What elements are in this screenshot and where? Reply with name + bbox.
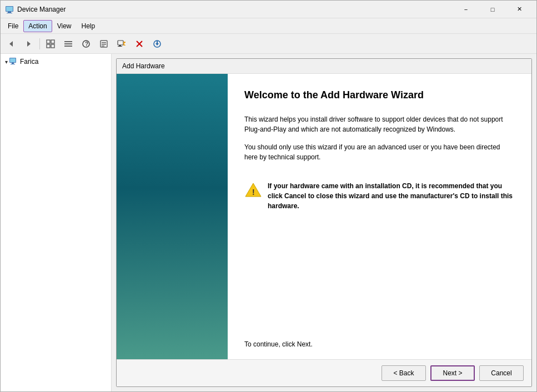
svg-rect-31 <box>12 63 14 64</box>
toolbar: ? <box>1 34 536 54</box>
svg-text:?: ? <box>85 41 88 47</box>
svg-rect-6 <box>47 40 50 43</box>
wizard-warning-text: If your hardware came with an installati… <box>268 181 515 211</box>
app-icon <box>5 5 14 14</box>
svg-rect-10 <box>64 41 72 42</box>
minimize-button[interactable]: − <box>453 2 479 17</box>
tree-chevron: ▾ <box>5 59 8 65</box>
uninstall-button[interactable] <box>131 36 148 52</box>
svg-marker-5 <box>27 41 31 47</box>
wizard-title-bar: Add Hardware <box>117 59 531 74</box>
wizard-body: Welcome to the Add Hardware Wizard This … <box>117 74 531 359</box>
svg-rect-28 <box>157 41 158 44</box>
svg-rect-19 <box>118 41 123 45</box>
svg-text:!: ! <box>252 188 255 197</box>
toolbar-separator-1 <box>39 38 40 49</box>
title-bar: Device Manager − □ ✕ <box>1 1 536 18</box>
wizard-dialog: Add Hardware Welcome to the Add Hardware… <box>116 58 532 387</box>
scan-hardware-button[interactable] <box>113 36 130 52</box>
svg-rect-30 <box>10 58 16 62</box>
wizard-buttons: < Back Next > Cancel <box>117 359 531 386</box>
cancel-button[interactable]: Cancel <box>479 365 524 381</box>
device-tree: ▾ Farica <box>1 54 112 391</box>
svg-rect-12 <box>64 46 72 47</box>
show-resources-button[interactable] <box>60 36 77 52</box>
main-content: ▾ Farica Add Hardware <box>1 54 536 391</box>
forward-button[interactable] <box>21 36 37 52</box>
right-panel: Add Hardware Welcome to the Add Hardware… <box>112 54 536 391</box>
wizard-desc-2: You should only use this wizard if you a… <box>244 142 515 162</box>
svg-rect-20 <box>119 45 121 46</box>
svg-rect-17 <box>102 44 106 45</box>
menu-action[interactable]: Action <box>23 20 52 32</box>
properties-button[interactable] <box>96 36 112 52</box>
svg-rect-1 <box>8 12 11 13</box>
svg-rect-3 <box>6 7 13 11</box>
svg-rect-18 <box>102 46 104 47</box>
wizard-desc-1: This wizard helps you install driver sof… <box>244 114 515 134</box>
wizard-heading: Welcome to the Add Hardware Wizard <box>244 89 515 101</box>
device-manager-window: Device Manager − □ ✕ File Action View He… <box>0 0 537 392</box>
update-driver-button[interactable] <box>149 36 165 52</box>
wizard-dialog-title: Add Hardware <box>122 62 165 70</box>
window-controls: − □ ✕ <box>453 2 532 17</box>
next-button[interactable]: Next > <box>430 365 475 381</box>
help-properties-button[interactable]: ? <box>78 36 94 52</box>
back-button[interactable] <box>3 36 19 52</box>
tree-root-label: Farica <box>20 58 38 66</box>
back-button[interactable]: < Back <box>382 365 426 381</box>
maximize-button[interactable]: □ <box>480 2 505 17</box>
wizard-sidebar <box>117 74 228 359</box>
window-title: Device Manager <box>17 6 453 13</box>
menu-help[interactable]: Help <box>77 20 101 32</box>
computer-icon <box>9 57 18 66</box>
wizard-footer-text: To continue, click Next. <box>244 331 515 348</box>
menu-view[interactable]: View <box>52 20 77 32</box>
wizard-warning-box: ! If your hardware came with an installa… <box>244 179 515 213</box>
svg-rect-2 <box>7 13 12 13</box>
svg-rect-7 <box>51 40 54 43</box>
svg-rect-9 <box>51 44 54 48</box>
svg-rect-16 <box>102 42 106 43</box>
svg-rect-11 <box>64 43 72 44</box>
svg-marker-4 <box>9 41 13 47</box>
menu-bar: File Action View Help <box>1 18 536 34</box>
svg-rect-8 <box>47 44 50 48</box>
warning-icon: ! <box>244 182 262 198</box>
menu-file[interactable]: File <box>3 20 23 32</box>
close-button[interactable]: ✕ <box>506 2 532 17</box>
tree-root-item[interactable]: ▾ Farica <box>3 56 109 67</box>
svg-rect-32 <box>11 64 15 64</box>
show-hidden-button[interactable] <box>42 36 59 52</box>
svg-rect-21 <box>118 46 122 47</box>
wizard-content: Welcome to the Add Hardware Wizard This … <box>228 74 531 359</box>
